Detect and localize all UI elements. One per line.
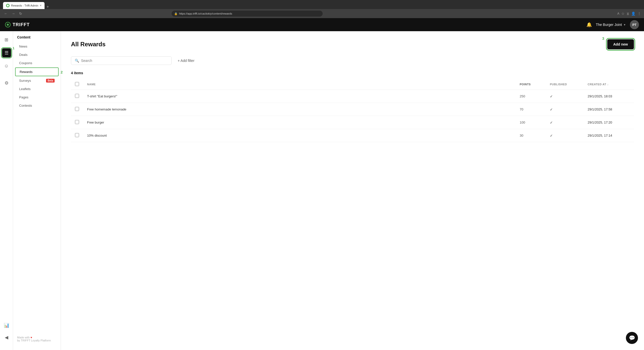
add-new-button[interactable]: Add new bbox=[607, 39, 634, 49]
sidebar-item-surveys-label: Surveys bbox=[19, 79, 31, 83]
row-checkbox-2[interactable] bbox=[75, 120, 79, 124]
new-tab-button[interactable]: + bbox=[45, 5, 50, 9]
main-content: All Rewards 3 Add new 🔍 + Add filter 4 i… bbox=[61, 31, 644, 350]
annotation-1: 1 bbox=[13, 46, 14, 50]
sidebar-icon-content[interactable]: ☰ 1 bbox=[2, 48, 11, 57]
row-checkbox-cell bbox=[71, 129, 83, 142]
sidebar-item-news[interactable]: News bbox=[15, 43, 59, 50]
row-points: 30 bbox=[516, 129, 546, 142]
row-checkbox-cell bbox=[71, 90, 83, 103]
table-row: Free homemade lemonade 70 ✓ 29/1/2025, 1… bbox=[71, 103, 634, 116]
avatar-initials: PT bbox=[632, 23, 637, 27]
sidebar-item-rewards[interactable]: Rewards 2 bbox=[15, 67, 59, 76]
table-row: Free burger 100 ✓ 29/1/2025, 17:20 bbox=[71, 116, 634, 129]
chat-icon: 💬 bbox=[629, 335, 635, 341]
published-check-icon: ✓ bbox=[550, 134, 553, 138]
back-button[interactable]: ← bbox=[3, 11, 9, 16]
row-name: Free burger bbox=[83, 116, 516, 129]
tab-favicon bbox=[6, 4, 10, 7]
table-body: T-shirt "Eat burgers!" 250 ✓ 29/1/2025, … bbox=[71, 90, 634, 142]
row-created-at: 29/1/2025, 17:58 bbox=[584, 103, 634, 116]
sidebar-nav: Content News Deals Coupons Rewards 2 Sur… bbox=[13, 31, 61, 350]
beta-badge: Beta bbox=[46, 79, 55, 83]
table-header-created-at[interactable]: CREATED AT ↓ bbox=[584, 79, 634, 90]
row-checkbox-0[interactable] bbox=[75, 94, 79, 98]
collapse-icon: ◀ bbox=[5, 335, 8, 340]
table-header-published: PUBLISHED bbox=[546, 79, 584, 90]
sidebar-icon-emoji[interactable]: ☺ bbox=[2, 61, 11, 70]
row-points: 250 bbox=[516, 90, 546, 103]
url-bar[interactable]: 🔒 https://app.trifft.io/cacitokiy/conten… bbox=[172, 11, 323, 17]
table-row: 10% discount 30 ✓ 29/1/2025, 17:14 bbox=[71, 129, 634, 142]
published-check-icon: ✓ bbox=[550, 107, 553, 111]
row-checkbox-cell bbox=[71, 103, 83, 116]
translate-icon[interactable]: A bbox=[617, 12, 619, 15]
search-icon: 🔍 bbox=[75, 59, 79, 63]
sidebar-item-leaflets-label: Leaflets bbox=[19, 87, 31, 91]
settings-gear-icon: ⚙ bbox=[5, 80, 9, 86]
search-input-wrapper: 🔍 bbox=[71, 56, 172, 65]
bookmark-icon[interactable]: ☆ bbox=[621, 12, 625, 16]
table-header-points: POINTS bbox=[516, 79, 546, 90]
sidebar-section-title: Content bbox=[13, 35, 61, 42]
row-checkbox-1[interactable] bbox=[75, 107, 79, 111]
sidebar-item-rewards-label: Rewards bbox=[20, 70, 32, 74]
header-right: 🔔 The Burger Joint ▼ PT bbox=[586, 20, 639, 29]
sidebar-item-news-label: News bbox=[19, 45, 27, 48]
add-new-wrapper: 3 Add new bbox=[607, 39, 634, 49]
sidebar-item-deals-label: Deals bbox=[19, 53, 27, 57]
sidebar-icon-collapse[interactable]: ◀ bbox=[2, 333, 11, 342]
sidebar-item-deals[interactable]: Deals bbox=[15, 51, 59, 59]
forward-button[interactable]: → bbox=[11, 11, 16, 16]
chat-bubble-button[interactable]: 💬 bbox=[626, 332, 638, 344]
notification-bell-icon[interactable]: 🔔 bbox=[586, 22, 592, 27]
tab-close-button[interactable]: × bbox=[40, 4, 42, 7]
refresh-button[interactable]: ↻ bbox=[18, 11, 23, 16]
url-text: https://app.trifft.io/cacitokiy/content/… bbox=[179, 12, 232, 15]
page-header: All Rewards 3 Add new bbox=[71, 39, 634, 49]
table-row: T-shirt "Eat burgers!" 250 ✓ 29/1/2025, … bbox=[71, 90, 634, 103]
app-body: ⊞ ☰ 1 ☺ ⚙ 📊 ◀ Content News Deals bbox=[0, 31, 644, 350]
sidebar-item-contests-label: Contests bbox=[19, 104, 32, 107]
table-header-row: NAME POINTS PUBLISHED CREATED AT ↓ bbox=[71, 79, 634, 90]
annotation-2: 2 bbox=[61, 70, 63, 74]
sidebar-item-coupons[interactable]: Coupons bbox=[15, 59, 59, 67]
add-filter-button[interactable]: + Add filter bbox=[175, 57, 198, 65]
profile-icon[interactable]: 👤 bbox=[631, 12, 635, 16]
logo-text: TRIFFT bbox=[13, 22, 30, 27]
sidebar-item-contests[interactable]: Contests bbox=[15, 102, 59, 109]
select-all-checkbox[interactable] bbox=[75, 82, 79, 86]
browser-tabs: Rewards - Trifft Admin × + bbox=[3, 0, 50, 9]
sidebar-icon-settings[interactable]: ⚙ bbox=[2, 79, 11, 88]
tab-title: Rewards - Trifft Admin bbox=[11, 4, 38, 7]
row-name: 10% discount bbox=[83, 129, 516, 142]
extensions-icon[interactable]: ⧖ bbox=[627, 12, 629, 16]
sidebar-icon-grid[interactable]: ⊞ bbox=[2, 35, 11, 44]
annotation-3: 3 bbox=[602, 36, 604, 41]
tenant-name: The Burger Joint bbox=[596, 23, 622, 27]
content-icon: ☰ bbox=[5, 50, 9, 56]
logo-icon bbox=[5, 22, 11, 27]
logo: TRIFFT bbox=[5, 22, 30, 27]
sidebar-footer: Made with ♥ by TRIFFT Loyalty Platform bbox=[13, 332, 61, 346]
app-header: TRIFFT 🔔 The Burger Joint ▼ PT bbox=[0, 18, 644, 31]
sidebar-item-leaflets[interactable]: Leaflets bbox=[15, 85, 59, 93]
footer-by: by TRIFFT Loyalty Platform bbox=[17, 339, 51, 342]
search-input[interactable] bbox=[81, 59, 168, 63]
sidebar-item-pages-label: Pages bbox=[19, 95, 28, 99]
tenant-selector[interactable]: The Burger Joint ▼ bbox=[596, 23, 626, 27]
browser-menu-icon[interactable]: ⋮ bbox=[637, 12, 641, 16]
sidebar-item-surveys[interactable]: Surveys Beta bbox=[15, 77, 59, 85]
row-points: 100 bbox=[516, 116, 546, 129]
chevron-down-icon: ▼ bbox=[623, 23, 626, 26]
active-tab[interactable]: Rewards - Trifft Admin × bbox=[3, 2, 45, 9]
logo-dot bbox=[7, 24, 9, 26]
row-checkbox-cell bbox=[71, 116, 83, 129]
footer-made-with: Made with bbox=[17, 336, 30, 339]
avatar[interactable]: PT bbox=[630, 20, 639, 29]
sidebar-icon-bottom: 📊 ◀ bbox=[2, 321, 11, 346]
row-checkbox-3[interactable] bbox=[75, 133, 79, 137]
sidebar-icon-analytics[interactable]: 📊 bbox=[2, 321, 11, 330]
sidebar-item-pages[interactable]: Pages bbox=[15, 93, 59, 101]
browser-toolbar-icons: A ☆ ⧖ 👤 ⋮ bbox=[617, 12, 641, 16]
